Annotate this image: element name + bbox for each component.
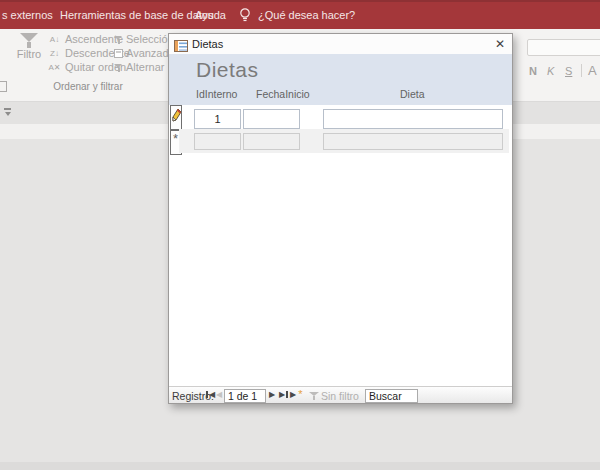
- first-record-button[interactable]: ◀: [206, 390, 215, 399]
- form-header: Dietas IdInterno FechaInicio Dieta: [169, 54, 512, 105]
- field-dieta[interactable]: [323, 109, 503, 129]
- advanced-filter-button[interactable]: Avanzad: [114, 46, 169, 60]
- new-field-idinterno[interactable]: [194, 133, 241, 150]
- form-window-title: Dietas: [192, 38, 223, 50]
- column-label-fechainicio: FechaInicio: [256, 88, 310, 100]
- sort-descending-icon: Z↓: [47, 49, 62, 58]
- pin-ribbon-icon[interactable]: [4, 108, 12, 117]
- new-record-button[interactable]: ▶ *: [290, 390, 302, 399]
- funnel-icon: [20, 33, 38, 48]
- italic-button[interactable]: K: [547, 65, 554, 77]
- record-navigator: Registro: ◀ ◀ 1 de 1 ▶ ▶ ▶ * Sin filtro …: [169, 386, 512, 403]
- column-label-dieta: Dieta: [400, 88, 425, 100]
- previous-record-button[interactable]: ◀: [216, 390, 222, 399]
- toggle-funnel-icon: [114, 63, 123, 72]
- field-idinterno[interactable]: 1: [194, 109, 241, 129]
- new-field-dieta[interactable]: [323, 133, 503, 150]
- no-filter-icon: [309, 392, 319, 402]
- font-color-button[interactable]: A: [588, 63, 597, 78]
- toggle-filter-label: Alternar: [126, 61, 165, 73]
- access-app-window: s externos Herramientas de base de datos…: [0, 0, 600, 470]
- record-selector-current[interactable]: [170, 105, 182, 130]
- tab-datos-externos[interactable]: s externos: [2, 0, 53, 29]
- new-record-star-icon: *: [298, 391, 302, 398]
- status-bar: [0, 462, 600, 470]
- search-input[interactable]: Buscar: [365, 389, 418, 403]
- toggle-filter-button[interactable]: Alternar: [114, 60, 169, 74]
- ribbon-tab-bar: s externos Herramientas de base de datos…: [0, 0, 600, 29]
- form-window-titlebar[interactable]: Dietas ✕: [169, 34, 512, 54]
- record-position-box[interactable]: 1 de 1: [224, 389, 266, 403]
- tab-herramientas-bd[interactable]: Herramientas de base de datos: [60, 0, 213, 29]
- filter-button-label: Filtro: [10, 48, 48, 60]
- edit-pencil-icon: [172, 108, 181, 126]
- new-field-fechainicio[interactable]: [243, 133, 300, 150]
- form-header-title: Dietas: [196, 58, 259, 82]
- last-record-button[interactable]: ▶: [279, 390, 288, 399]
- dietas-form-window: Dietas ✕ Dietas IdInterno FechaInicio Di…: [168, 33, 513, 404]
- remove-sort-icon: A✕: [47, 63, 62, 72]
- column-label-idinterno: IdInterno: [196, 88, 237, 100]
- field-fechainicio[interactable]: [243, 109, 300, 129]
- dialog-launcher-icon[interactable]: [0, 81, 7, 92]
- filter-button[interactable]: Filtro: [10, 31, 48, 60]
- close-icon[interactable]: ✕: [492, 36, 508, 52]
- font-combo-box[interactable]: [527, 39, 600, 56]
- advanced-filter-icon: [114, 49, 123, 58]
- sort-ascending-icon: A↓: [47, 35, 62, 44]
- next-record-button[interactable]: ▶: [269, 390, 275, 399]
- selection-filter-label: Selecció: [126, 33, 168, 45]
- underline-button[interactable]: S: [565, 65, 572, 77]
- selection-filter-button[interactable]: Selecció: [114, 32, 169, 46]
- lightbulb-icon: [238, 7, 252, 26]
- group-label-ordenar-filtrar: Ordenar y filtrar: [0, 81, 176, 92]
- format-separator: [581, 64, 582, 77]
- bold-button[interactable]: N: [529, 65, 537, 77]
- filter-status-label[interactable]: Sin filtro: [321, 390, 359, 402]
- tab-ayuda[interactable]: Ayuda: [195, 0, 226, 29]
- tell-me-search[interactable]: ¿Qué desea hacer?: [258, 0, 355, 29]
- advanced-filter-label: Avanzad: [126, 47, 169, 59]
- selection-funnel-icon: [114, 35, 123, 44]
